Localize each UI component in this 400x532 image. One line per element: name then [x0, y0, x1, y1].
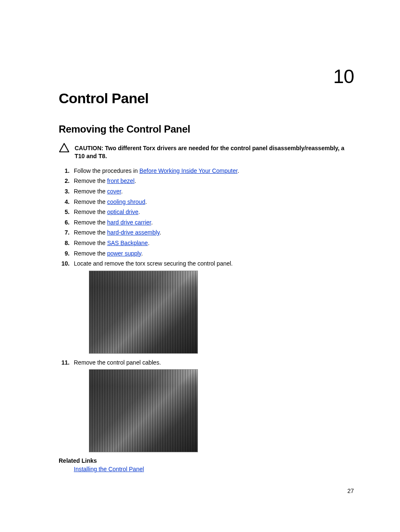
step-text: Remove the: [74, 188, 107, 195]
step-item: Remove the power supply.: [59, 250, 354, 258]
step-text: .: [151, 219, 153, 226]
step-text: .: [141, 250, 143, 257]
step-link[interactable]: hard drive carrier: [107, 219, 151, 226]
section-title: Removing the Control Panel: [59, 123, 354, 135]
step-text: Remove the: [74, 219, 107, 226]
caution-text: CAUTION: Two different Torx drivers are …: [75, 143, 354, 160]
step-text: Follow the procedures in: [74, 167, 139, 174]
step-text: Locate and remove the torx screw securin…: [74, 260, 233, 267]
step-item: Remove the control panel cables.: [59, 359, 354, 453]
step-item: Remove the cooling shroud.: [59, 198, 354, 206]
step-link[interactable]: optical drive: [107, 209, 138, 215]
step-item: Remove the front bezel.: [59, 177, 354, 185]
step-text: .: [237, 167, 239, 174]
step-item: Remove the cover.: [59, 188, 354, 196]
step-text: Remove the: [74, 229, 107, 236]
step-item: Remove the optical drive.: [59, 208, 354, 216]
step-text: Remove the: [74, 198, 107, 205]
step-link[interactable]: hard-drive assembly: [107, 229, 159, 236]
step-link[interactable]: front bezel: [107, 177, 134, 184]
step-link[interactable]: power supply: [107, 250, 141, 257]
procedure-steps: Follow the procedures in Before Working …: [59, 167, 354, 453]
step-text: .: [138, 209, 140, 215]
step-image: [89, 369, 198, 452]
step-text: Remove the: [74, 240, 107, 246]
step-item: Remove the hard-drive assembly.: [59, 229, 354, 237]
step-text: .: [148, 240, 150, 246]
chapter-number: 10: [333, 65, 354, 88]
step-link[interactable]: cooling shroud: [107, 198, 145, 205]
related-links-heading: Related Links: [59, 457, 354, 464]
step-item: Follow the procedures in Before Working …: [59, 167, 354, 175]
step-text: .: [159, 229, 161, 236]
step-text: Remove the: [74, 209, 107, 215]
step-text: Remove the: [74, 250, 107, 257]
caution-icon: [59, 143, 70, 153]
step-link[interactable]: SAS Backplane: [107, 240, 148, 246]
step-text: .: [145, 198, 147, 205]
step-item: Remove the SAS Backplane.: [59, 239, 354, 248]
page-number: 27: [347, 488, 354, 494]
related-link[interactable]: Installing the Control Panel: [74, 466, 144, 472]
step-link[interactable]: cover: [107, 188, 121, 195]
step-item: Remove the hard drive carrier.: [59, 219, 354, 227]
step-image: [89, 271, 198, 354]
step-text: .: [135, 177, 136, 184]
chapter-title: Control Panel: [59, 90, 354, 107]
step-text: Remove the: [74, 177, 107, 184]
caution-block: CAUTION: Two different Torx drivers are …: [59, 143, 354, 160]
step-link[interactable]: Before Working Inside Your Computer: [139, 167, 237, 174]
step-item: Locate and remove the torx screw securin…: [59, 260, 354, 354]
step-text: .: [121, 188, 123, 195]
step-text: Remove the control panel cables.: [74, 359, 161, 366]
